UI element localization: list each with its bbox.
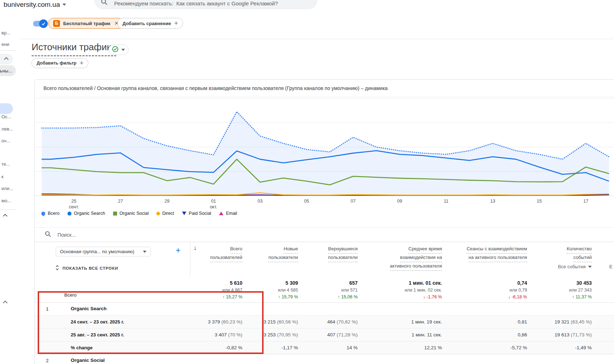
legend-label: Paid Social [189, 211, 211, 216]
chip-label: Бесплатный трафик [63, 21, 110, 26]
chevron-down-icon [62, 4, 66, 6]
search-placeholder: Рекомендуем поискать: Как связать аккаун… [114, 0, 278, 6]
divider [20, 39, 614, 39]
legend-item[interactable]: Email [219, 211, 237, 216]
show-all-rows-button[interactable]: ПОКАЗАТЬ ВСЕ СТРОКИ [55, 265, 118, 271]
period-label: 25 авг. – 23 сент. 2025 г. [71, 332, 124, 337]
global-search-input[interactable]: Рекомендуем поискать: Как связать аккаун… [94, 0, 317, 9]
sidebar-item-truncated[interactable]: мо... [1, 198, 11, 203]
chevron-down-icon [143, 251, 146, 253]
triangle-down-icon [182, 212, 186, 215]
sidebar-item-truncated[interactable]: ени [1, 42, 9, 47]
column-header[interactable]: Среднее времявзаимодействия наактивного … [349, 245, 442, 271]
legend-label: Всего [48, 211, 60, 216]
unfold-more-icon [55, 265, 60, 271]
dimension-dropdown-value: Основная группа... по умолчанию) [60, 249, 134, 254]
chevron-down-icon [121, 49, 125, 51]
add-comparison-button[interactable]: Добавить сравнение + [117, 18, 183, 29]
x-axis-label: 13 [480, 198, 505, 204]
row-index: 1 [46, 306, 48, 312]
check-circle-icon [112, 46, 118, 54]
table-row-dimension[interactable]: 2Organic Social [35, 354, 614, 364]
legend-item[interactable]: Direct [157, 211, 174, 216]
add-filter-label: Добавить фильтр [37, 61, 76, 66]
legend-item[interactable]: Organic Social [113, 211, 149, 216]
chevron-up-icon[interactable] [3, 214, 8, 218]
sidebar-collapse-button[interactable] [0, 54, 13, 65]
x-axis-label: 03 [247, 198, 273, 204]
chart-title: Всего пользователей / Основная группа ка… [43, 85, 388, 91]
top-bar: buniversity.com.ua Рекомендуем поискать:… [0, 0, 614, 11]
sidebar-item-truncated[interactable]: к [1, 174, 4, 179]
period-cell: 407 (71,28 %) [271, 332, 358, 337]
totals-row[interactable]: Всего5 610или 4 867↑ 15,27 %5 309или 4 5… [35, 276, 614, 303]
totals-previous-value: или 27 343 [506, 288, 592, 293]
toggle-check-icon [39, 19, 48, 28]
cell-value: 464 [327, 319, 335, 325]
comparison-toggle[interactable] [33, 21, 46, 27]
chevron-up-icon [4, 57, 9, 62]
cell-share: (63,45 %) [569, 319, 592, 325]
cell-value: 19 613 [554, 332, 569, 337]
sidebar-item-truncated[interactable]: Ос... [1, 114, 11, 119]
period-cell: 1 мин. 11 сек. [356, 332, 442, 337]
column-header-line: событий [573, 254, 592, 262]
table-body: Всего5 610или 4 867↑ 15,27 %5 309или 4 5… [35, 276, 614, 364]
search-icon [45, 231, 51, 239]
chevron-up-icon[interactable] [3, 301, 8, 305]
totals-delta: ↑ 15,06 % [271, 294, 358, 299]
cell-value: 12,21 % [424, 345, 442, 350]
legend-item[interactable]: Всего [41, 211, 60, 216]
x-axis-label: 01окт. [201, 198, 226, 210]
period-cell: 1 мин. 19 сек. [356, 319, 442, 325]
report-status-dropdown[interactable] [108, 44, 129, 55]
legend-item[interactable]: Organic Search [68, 211, 105, 216]
circle-icon [68, 212, 71, 216]
period-cell: 12,21 % [356, 345, 442, 350]
sidebar-item-truncated[interactable]: или... [1, 186, 13, 191]
property-selector[interactable]: buniversity.com.ua [4, 1, 66, 9]
sidebar-item-active[interactable] [0, 103, 13, 114]
period-label: % change [71, 345, 93, 350]
column-header[interactable]: Вернувшиесяпользователи [264, 245, 358, 262]
table-header: Основная группа... по умолчанию) + ПОКАЗ… [35, 242, 614, 276]
cell-value: 1 мин. 19 сек. [411, 319, 442, 325]
chip-letter-icon: Б [53, 20, 60, 27]
cell-share: (71,28 %) [335, 332, 358, 337]
show-all-rows-label: ПОКАЗАТЬ ВСЕ СТРОКИ [62, 266, 118, 270]
add-filter-button[interactable]: Добавить фильтр + [32, 58, 88, 68]
table-row-period[interactable]: 25 авг. – 23 сент. 2025 г.3 407 (70 %)3 … [35, 328, 614, 341]
table-row-period[interactable]: % change-0,82 %-1,17 %14 %12,21 %-5,72 %… [35, 341, 614, 354]
period-cell: 464 (70,62 %) [271, 319, 358, 325]
x-axis-label: 05 [294, 198, 319, 204]
sidebar-item-truncated[interactable]: лев... [1, 126, 13, 132]
period-cell: 14 % [271, 345, 358, 350]
events-filter-dropdown[interactable]: Все события [558, 263, 592, 271]
table-row-dimension[interactable]: 1Organic Search [35, 303, 614, 316]
traffic-line-chart[interactable] [35, 95, 614, 202]
row-index: 2 [46, 358, 48, 363]
totals-value: 657 [271, 280, 358, 286]
sidebar-item-truncated[interactable]: вр... [1, 30, 10, 36]
legend-label: Direct [162, 211, 174, 216]
row-dimension-name: Organic Search [71, 306, 107, 311]
cell-value: -1,49 % [575, 345, 592, 350]
legend-label: Organic Search [74, 211, 105, 216]
sidebar-item-selected[interactable]: ьны... [0, 65, 16, 76]
x-axis-label: 07 [340, 198, 366, 204]
column-header[interactable]: КоличествособытийВсе события [498, 245, 592, 271]
plus-icon: + [174, 20, 178, 27]
table-row-period[interactable]: 24 сент. – 23 окт. 2025 г.3 379 (60,23 %… [35, 316, 614, 328]
table-search-input[interactable]: Поиск... [35, 227, 614, 242]
events-filter-value: Все события [558, 263, 586, 271]
cell-share: (70,62 %) [335, 319, 358, 325]
sidebar-item-truncated[interactable]: те... [1, 161, 10, 167]
comparison-chip-free-traffic[interactable]: Б Бесплатный трафик ✕ [48, 18, 124, 29]
dimension-dropdown[interactable]: Основная группа... по умолчанию) [56, 247, 151, 256]
sidebar-item-truncated[interactable]: оч... [1, 138, 10, 143]
plus-icon: + [80, 60, 84, 67]
period-cell: 19 321 (63,45 %) [506, 319, 592, 325]
drop-icon [41, 211, 46, 216]
legend-item[interactable]: Paid Social [182, 211, 211, 216]
x-axis-label: 25сент. [61, 198, 87, 210]
